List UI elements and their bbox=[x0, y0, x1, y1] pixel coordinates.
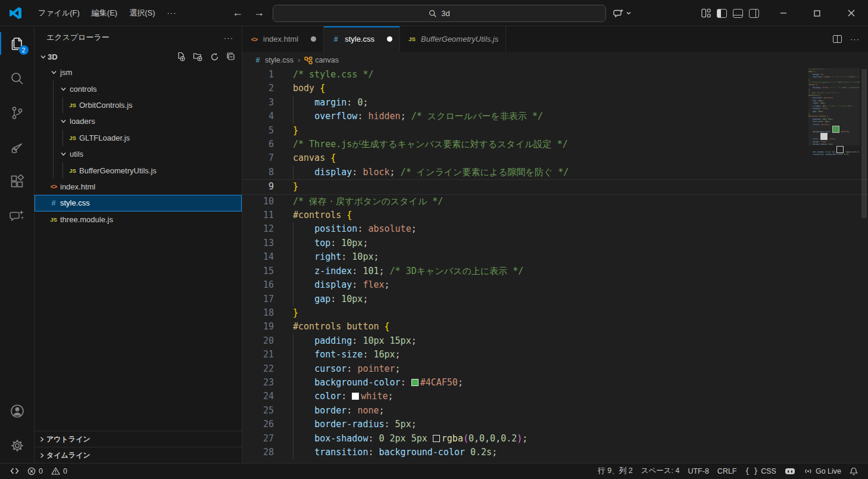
code-line-20[interactable]: 20 padding: 10px 15px; bbox=[242, 334, 868, 348]
menu-item-0[interactable]: ファイル(F) bbox=[32, 4, 86, 22]
customize-layout-icon[interactable] bbox=[701, 8, 711, 18]
modified-dot-icon[interactable] bbox=[387, 36, 392, 42]
code-line-4[interactable]: 4 overflow: hidden; /* スクロールバーを非表示 */ bbox=[242, 110, 868, 123]
explorer-more-icon[interactable]: ··· bbox=[224, 33, 233, 42]
code-line-18[interactable]: 18} bbox=[242, 306, 868, 320]
status-problems-errors[interactable]: 0 bbox=[23, 467, 47, 475]
activity-run-debug[interactable] bbox=[0, 130, 35, 164]
activity-source-control[interactable] bbox=[0, 95, 35, 130]
code-editor[interactable]: 1/* style.css */2body {3 margin: 0;4 ove… bbox=[242, 68, 868, 463]
code-line-23[interactable]: 23 background-color: #4CAF50; bbox=[242, 376, 868, 390]
indent-guide bbox=[293, 348, 294, 362]
back-arrow-icon[interactable]: ← bbox=[231, 7, 244, 19]
minimap-slider[interactable] bbox=[808, 68, 860, 145]
code-line-14[interactable]: 14 right: 10px; bbox=[242, 250, 868, 264]
new-file-icon[interactable] bbox=[176, 52, 186, 61]
status-eol[interactable]: CRLF bbox=[713, 467, 741, 475]
menu-more-icon[interactable]: ··· bbox=[161, 5, 183, 21]
activity-explorer[interactable]: 2 bbox=[0, 26, 35, 61]
workspace-root-row[interactable]: 3D bbox=[35, 49, 242, 64]
tree-folder-jsm[interactable]: jsm bbox=[35, 64, 242, 80]
tab-index.html[interactable]: <>index.html bbox=[242, 26, 324, 52]
tree-file-three.module.js[interactable]: JSthree.module.js bbox=[35, 211, 242, 228]
tree-folder-loaders[interactable]: loaders bbox=[35, 113, 242, 129]
tab-style.css[interactable]: #style.css bbox=[324, 26, 400, 52]
status-language-mode[interactable]: { }CSS bbox=[741, 467, 780, 475]
color-swatch[interactable] bbox=[352, 393, 359, 400]
code-line-3[interactable]: 3 margin: 0; bbox=[242, 96, 868, 110]
code-line-13[interactable]: 13 top: 10px; bbox=[242, 237, 868, 250]
color-swatch[interactable] bbox=[411, 379, 419, 386]
forward-arrow-icon[interactable]: → bbox=[252, 7, 266, 19]
tree-folder-utils[interactable]: utils bbox=[35, 146, 242, 162]
status-remote[interactable] bbox=[6, 467, 23, 475]
minimize-button[interactable] bbox=[766, 0, 800, 26]
code-line-15[interactable]: 15 z-index: 101; /* 3Dキャンバスの上に表示 */ bbox=[242, 265, 868, 278]
account-icon bbox=[10, 403, 25, 419]
code-line-8[interactable]: 8 display: block; /* インライン要素による隙間を防ぐ */ bbox=[242, 166, 868, 179]
code-line-17[interactable]: 17 gap: 10px; bbox=[242, 293, 868, 306]
editor-more-icon[interactable]: ··· bbox=[850, 35, 860, 43]
code-line-11[interactable]: 11#controls { bbox=[242, 209, 868, 222]
warning-icon bbox=[51, 467, 60, 475]
status-cursor-position[interactable]: 行 9、列 2 bbox=[594, 466, 636, 476]
color-swatch[interactable] bbox=[433, 435, 440, 442]
panel-タイムライン[interactable]: タイムライン bbox=[35, 447, 242, 463]
tree-file-BufferGeometryUtils.js[interactable]: JSBufferGeometryUtils.js bbox=[35, 162, 242, 178]
code-line-21[interactable]: 21 font-size: 16px; bbox=[242, 348, 868, 362]
breadcrumb-item-style.css[interactable]: #style.css bbox=[253, 56, 294, 64]
indent-guide bbox=[293, 293, 294, 306]
collapse-all-icon[interactable] bbox=[226, 52, 236, 61]
code-line-7[interactable]: 7canvas { bbox=[242, 151, 868, 165]
code-line-9[interactable]: 9} bbox=[242, 179, 868, 194]
toggle-secondary-sidebar-icon[interactable] bbox=[749, 9, 759, 18]
refresh-icon[interactable] bbox=[210, 52, 219, 61]
code-line-26[interactable]: 26 border-radius: 5px; bbox=[242, 418, 868, 431]
code-line-10[interactable]: 10/* 保存・戻すボタンのスタイル */ bbox=[242, 195, 868, 209]
code-line-6[interactable]: 6/* Three.jsが生成するキャンバス要素に対するスタイル設定 */ bbox=[242, 138, 868, 151]
code-line-25[interactable]: 25 border: none; bbox=[242, 404, 868, 418]
modified-dot-icon[interactable] bbox=[311, 36, 316, 42]
status-indentation[interactable]: スペース: 4 bbox=[637, 466, 684, 476]
tree-file-index.html[interactable]: <>index.html bbox=[35, 179, 242, 195]
activity-search[interactable] bbox=[0, 61, 35, 95]
menu-item-1[interactable]: 編集(E) bbox=[86, 4, 123, 22]
activity-settings[interactable] bbox=[0, 428, 35, 463]
code-line-19[interactable]: 19#controls button { bbox=[242, 320, 868, 334]
status-encoding[interactable]: UTF-8 bbox=[683, 467, 713, 475]
status-go-live[interactable]: Go Live bbox=[800, 467, 845, 475]
copilot-menu-button[interactable] bbox=[613, 5, 632, 21]
color-swatch[interactable] bbox=[836, 146, 844, 153]
activity-account[interactable] bbox=[0, 394, 35, 428]
status-copilot-status[interactable] bbox=[780, 467, 800, 475]
activity-chat[interactable] bbox=[0, 199, 35, 234]
split-editor-icon[interactable] bbox=[833, 35, 842, 43]
code-line-16[interactable]: 16 display: flex; bbox=[242, 278, 868, 292]
status-notifications[interactable] bbox=[845, 467, 862, 475]
code-line-24[interactable]: 24 color: white; bbox=[242, 390, 868, 403]
tab-BufferGeometryUtils.js[interactable]: JSBufferGeometryUtils.js bbox=[400, 26, 506, 52]
editor-scrollbar[interactable] bbox=[861, 69, 867, 218]
code-line-28[interactable]: 28 transition: background-color 0.2s; bbox=[242, 446, 868, 459]
menu-item-2[interactable]: 選択(S) bbox=[123, 4, 161, 22]
code-line-22[interactable]: 22 cursor: pointer; bbox=[242, 362, 868, 376]
tree-file-OrbitControls.js[interactable]: JSOrbitControls.js bbox=[35, 97, 242, 113]
toggle-panel-icon[interactable] bbox=[733, 9, 743, 18]
tree-file-GLTFLoader.js[interactable]: JSGLTFLoader.js bbox=[35, 130, 242, 146]
tree-file-style.css[interactable]: #style.css bbox=[35, 195, 242, 211]
new-folder-icon[interactable] bbox=[193, 52, 203, 61]
activity-extensions[interactable] bbox=[0, 164, 35, 199]
toggle-primary-sidebar-icon[interactable] bbox=[717, 9, 727, 18]
code-line-27[interactable]: 27 box-shadow: 0 2px 5px rgba(0,0,0,0.2)… bbox=[242, 432, 868, 446]
status-problems-warnings[interactable]: 0 bbox=[47, 467, 71, 475]
breadcrumb-item-canvas[interactable]: canvas bbox=[304, 56, 339, 64]
command-center-search[interactable]: 3d bbox=[273, 5, 606, 22]
close-button[interactable] bbox=[834, 0, 868, 26]
tree-folder-controls[interactable]: controls bbox=[35, 80, 242, 97]
panel-アウトライン[interactable]: アウトライン bbox=[35, 431, 242, 447]
maximize-button[interactable] bbox=[800, 0, 834, 26]
code-line-5[interactable]: 5} bbox=[242, 124, 868, 138]
code-line-1[interactable]: 1/* style.css */ bbox=[242, 68, 868, 82]
code-line-12[interactable]: 12 position: absolute; bbox=[242, 222, 868, 236]
code-line-2[interactable]: 2body { bbox=[242, 82, 868, 95]
